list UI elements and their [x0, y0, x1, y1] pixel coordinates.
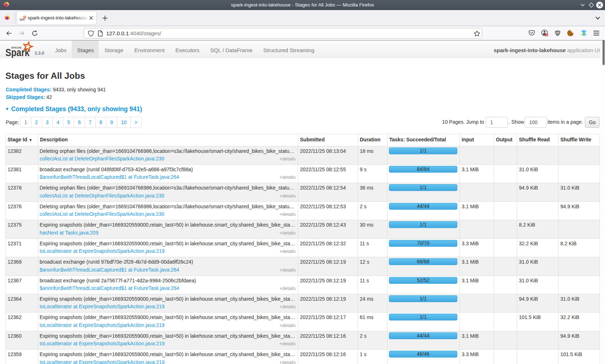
- svg-text:UO: UO: [556, 32, 559, 34]
